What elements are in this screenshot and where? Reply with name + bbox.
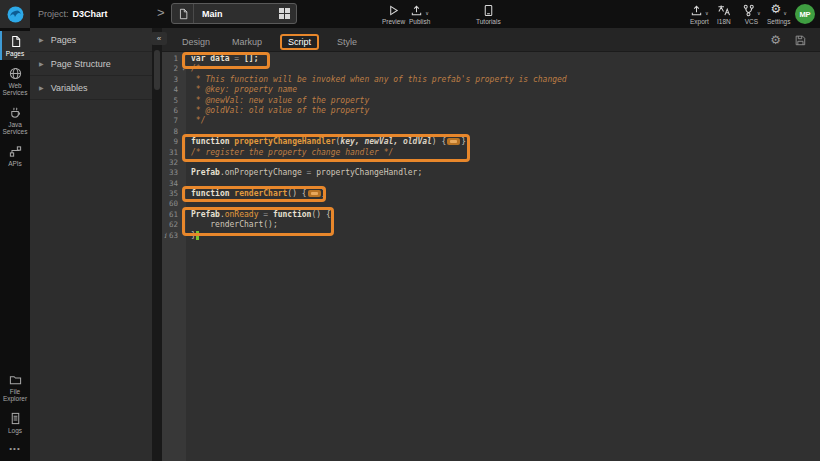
panel-section-variables[interactable]: ▶Variables bbox=[30, 76, 152, 100]
text-cursor bbox=[196, 231, 199, 240]
tab-design[interactable]: Design bbox=[178, 35, 214, 49]
code-token: key, newVal, oldVal bbox=[340, 137, 432, 146]
code-token: function bbox=[191, 137, 234, 146]
panel-collapse-button[interactable]: « bbox=[151, 32, 167, 45]
button-label: Export bbox=[690, 18, 709, 25]
fold-closed-icon[interactable]: ▸ bbox=[182, 137, 185, 147]
code-line[interactable]: 8 bbox=[162, 127, 820, 137]
code-line[interactable]: 2▾/* bbox=[162, 64, 820, 74]
code-token: Prefab bbox=[191, 210, 220, 219]
code-line[interactable]: 4 * @key: property name bbox=[162, 85, 820, 95]
sidebar-item-web-services[interactable]: Web Services bbox=[0, 63, 30, 99]
code-token: } bbox=[461, 137, 466, 146]
button-label: I18N bbox=[717, 18, 731, 25]
code-token: /* register the property change handler … bbox=[191, 148, 393, 157]
sidebar-item-label: Web Services bbox=[0, 82, 30, 96]
sidebar-item-java-services[interactable]: Java Services bbox=[0, 102, 30, 138]
sidebar-item-pages[interactable]: Pages bbox=[0, 31, 30, 60]
code-editor[interactable]: 1var data = [];2▾/*3 * This function wil… bbox=[162, 52, 820, 461]
code-token: propertyChangeHandler; bbox=[316, 168, 422, 177]
tab-markup[interactable]: Markup bbox=[228, 35, 266, 49]
preview-button[interactable]: Preview bbox=[382, 3, 405, 25]
page-tab-main[interactable]: Main bbox=[171, 3, 297, 24]
document-icon bbox=[172, 4, 194, 23]
panel-section-page-structure[interactable]: ▶Page Structure bbox=[30, 52, 152, 76]
pages-icon bbox=[9, 35, 22, 48]
script-settings-gear-icon[interactable]: ⚙ bbox=[770, 34, 781, 46]
tab-style[interactable]: Style bbox=[333, 35, 361, 49]
chevron-down-icon: ∨ bbox=[705, 10, 709, 16]
code-line[interactable]: 60 bbox=[162, 199, 820, 209]
export-button[interactable]: ∨Export bbox=[690, 3, 709, 25]
folded-code-widget[interactable] bbox=[447, 138, 460, 145]
code-line[interactable]: 35▸function renderChart() {} bbox=[162, 189, 820, 199]
publish-button[interactable]: ∨Publish bbox=[409, 3, 430, 25]
folded-code-widget[interactable] bbox=[308, 190, 321, 197]
code-line[interactable]: 33Prefab.onPropertyChange = propertyChan… bbox=[162, 168, 820, 178]
i18n-button[interactable]: I18N bbox=[717, 3, 731, 25]
sidebar-item-label: File Explorer bbox=[0, 388, 30, 402]
sidebar-item-label: Pages bbox=[6, 50, 24, 57]
code-line[interactable]: 1var data = []; bbox=[162, 54, 820, 64]
coffee-icon bbox=[9, 106, 22, 119]
code-token: function bbox=[273, 210, 312, 219]
fold-open-icon[interactable]: ▾ bbox=[182, 64, 185, 74]
translate-icon bbox=[717, 4, 730, 17]
code-line[interactable]: 32 bbox=[162, 158, 820, 168]
code-token: propertyChangeHandler bbox=[234, 137, 335, 146]
tab-script[interactable]: Script bbox=[280, 34, 319, 50]
scrollbar-thumb[interactable] bbox=[154, 50, 160, 90]
code-line[interactable]: 5 * @newVal: new value of the property bbox=[162, 96, 820, 106]
fold-open-icon[interactable]: ▾ bbox=[182, 210, 185, 220]
code-line[interactable]: 61▾Prefab.onReady = function() { bbox=[162, 210, 820, 220]
code-text: function propertyChangeHandler(key, newV… bbox=[186, 137, 466, 147]
sidebar-item-apis[interactable]: APIs bbox=[0, 141, 30, 170]
globe-icon bbox=[9, 67, 22, 80]
code-line[interactable]: 34 bbox=[162, 179, 820, 189]
line-number: 4 bbox=[162, 85, 186, 95]
line-number: 2▾ bbox=[162, 64, 186, 74]
disclosure-triangle-icon: ▶ bbox=[39, 36, 44, 43]
line-number: 63i bbox=[162, 231, 186, 241]
panel-section-pages[interactable]: ▶Pages bbox=[30, 28, 152, 52]
project-title: Project: D3Chart bbox=[38, 0, 108, 28]
code-line[interactable]: 31/* register the property change handle… bbox=[162, 148, 820, 158]
line-number: 62 bbox=[162, 220, 186, 230]
code-token: var data bbox=[191, 54, 234, 63]
code-token: () { bbox=[287, 189, 306, 198]
code-token: } bbox=[322, 189, 327, 198]
code-line[interactable]: 6 * @oldVal: old value of the property bbox=[162, 106, 820, 116]
secondary-panel: ▶Pages▶Page Structure▶Variables bbox=[30, 28, 152, 461]
code-line[interactable]: 62 renderChart(); bbox=[162, 220, 820, 230]
sidebar-more-button[interactable]: ••• bbox=[0, 440, 30, 461]
line-number: 35▸ bbox=[162, 189, 186, 199]
api-icon bbox=[9, 145, 22, 158]
code-line[interactable]: 7 */ bbox=[162, 116, 820, 126]
line-number: 3 bbox=[162, 75, 186, 85]
gear-icon: ⚙ bbox=[771, 0, 782, 17]
save-button[interactable] bbox=[794, 34, 806, 46]
vcs-button[interactable]: ∨VCS bbox=[742, 3, 761, 25]
fold-closed-icon[interactable]: ▸ bbox=[182, 189, 185, 199]
code-token: Prefab bbox=[191, 168, 220, 177]
grid-icon[interactable] bbox=[279, 8, 290, 19]
app-logo[interactable] bbox=[0, 0, 30, 28]
code-line[interactable]: 63i} bbox=[162, 231, 820, 241]
code-token: * This function will be invoked when any… bbox=[191, 75, 567, 84]
code-text: /* bbox=[186, 64, 201, 74]
project-label: Project: bbox=[38, 9, 69, 19]
line-number: 6 bbox=[162, 106, 186, 116]
avatar[interactable]: MP bbox=[795, 4, 815, 24]
settings-button[interactable]: ⚙∨Settings bbox=[767, 3, 791, 25]
page-tab-label: Main bbox=[194, 9, 279, 19]
wavemaker-logo-icon bbox=[7, 6, 24, 23]
line-number: 31 bbox=[162, 148, 186, 158]
disclosure-triangle-icon: ▶ bbox=[39, 60, 44, 67]
code-line[interactable]: 9▸function propertyChangeHandler(key, ne… bbox=[162, 137, 820, 147]
line-number: 8 bbox=[162, 127, 186, 137]
code-line[interactable]: 3 * This function will be invoked when a… bbox=[162, 75, 820, 85]
topbar: Project: D3Chart > Main Preview∨PublishT… bbox=[0, 0, 820, 28]
sidebar-item-logs[interactable]: Logs bbox=[0, 408, 30, 437]
tutorials-button[interactable]: Tutorials bbox=[476, 3, 501, 25]
sidebar-item-file-explorer[interactable]: File Explorer bbox=[0, 369, 30, 405]
